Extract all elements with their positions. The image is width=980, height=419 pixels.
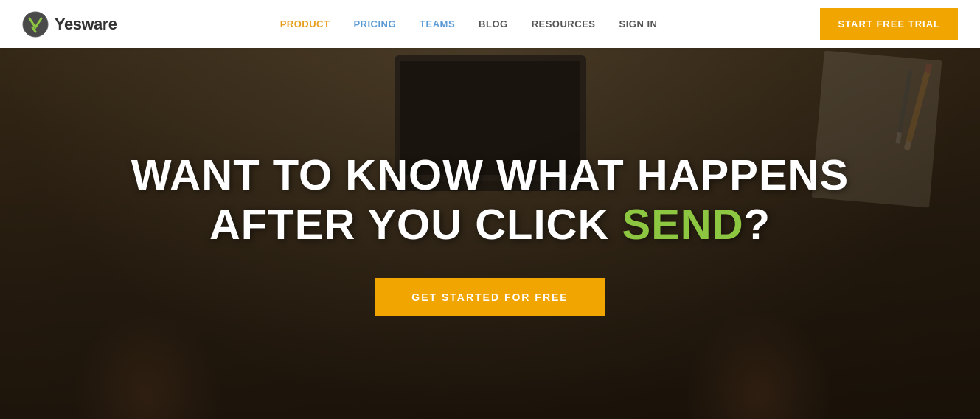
headline-line2-prefix: AFTER YOU CLICK [209, 200, 622, 248]
nav-product[interactable]: PRODUCT [280, 18, 330, 30]
hero-section: WANT TO KNOW WHAT HAPPENS AFTER YOU CLIC… [0, 48, 980, 419]
logo[interactable]: Yesware [22, 11, 117, 38]
headline-send: SEND [622, 200, 743, 248]
get-started-button[interactable]: GET STARTED FOR FREE [375, 278, 605, 316]
start-free-trial-button[interactable]: START FREE TRIAL [820, 8, 958, 40]
main-nav: PRODUCT PRICING TEAMS BLOG RESOURCES SIG… [280, 18, 658, 30]
nav-signin[interactable]: SIGN IN [619, 18, 658, 30]
nav-pricing[interactable]: PRICING [353, 18, 396, 30]
header: Yesware PRODUCT PRICING TEAMS BLOG RESOU… [0, 0, 980, 48]
hero-content: WANT TO KNOW WHAT HAPPENS AFTER YOU CLIC… [117, 150, 863, 316]
hero-headline: WANT TO KNOW WHAT HAPPENS AFTER YOU CLIC… [131, 150, 849, 249]
yesware-logo-icon [22, 11, 49, 38]
svg-point-0 [23, 12, 48, 37]
nav-blog[interactable]: BLOG [479, 18, 508, 30]
nav-resources[interactable]: RESOURCES [532, 18, 596, 30]
logo-text: Yesware [55, 15, 117, 34]
nav-teams[interactable]: TEAMS [420, 18, 455, 30]
headline-line1: WANT TO KNOW WHAT HAPPENS [131, 150, 849, 198]
headline-end: ? [744, 200, 771, 248]
